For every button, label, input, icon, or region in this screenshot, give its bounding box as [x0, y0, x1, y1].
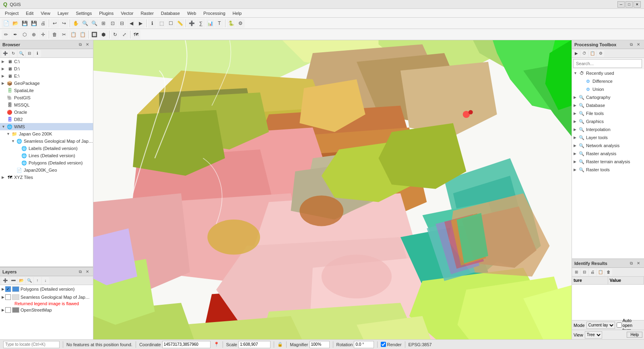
browser-item-db2[interactable]: ▶ 🗄 DB2: [0, 116, 93, 123]
browser-item-d[interactable]: ▶ 🖥 D:\: [0, 65, 93, 72]
layer-checkbox-seamless[interactable]: [5, 294, 11, 300]
redo-button[interactable]: ↪: [60, 19, 68, 28]
layer-checkbox-osm[interactable]: [5, 307, 11, 313]
proc-item-difference[interactable]: ▶ ⚙ Difference: [572, 77, 644, 85]
move-button[interactable]: ✛: [39, 30, 47, 39]
window-controls[interactable]: ─ □ ✕: [617, 1, 641, 8]
browser-item-geopackage[interactable]: ▶ 📦 GeoPackage: [0, 80, 93, 87]
menu-settings[interactable]: Settings: [72, 10, 95, 16]
scale-input[interactable]: [238, 341, 270, 348]
zoom-full-button[interactable]: ⊞: [99, 19, 108, 28]
identify-results-controls[interactable]: ⧉ ✕: [628, 260, 642, 267]
menu-processing[interactable]: Processing: [200, 10, 228, 16]
layers-filter-button[interactable]: 🔍: [26, 277, 33, 284]
pan-tool-button[interactable]: ✋: [71, 19, 80, 28]
layer-checkbox-polygons[interactable]: ✓: [5, 286, 11, 292]
browser-item-seamless[interactable]: ▼ 🌐 Seamless Geological Map of Japan ...: [0, 138, 93, 145]
node-tool-button[interactable]: ⬡: [20, 30, 29, 39]
menu-web[interactable]: Web: [184, 10, 199, 16]
identify-print-button[interactable]: 🖨: [589, 269, 596, 276]
help-button[interactable]: Help: [627, 332, 642, 338]
browser-item-postgis[interactable]: ▶ 🐘 PostGIS: [0, 94, 93, 101]
zoom-layer-button[interactable]: ⊡: [108, 19, 117, 28]
zoom-next-button[interactable]: ▶: [136, 19, 145, 28]
browser-refresh-button[interactable]: ↻: [10, 50, 17, 57]
proc-results-button[interactable]: 📋: [589, 50, 596, 57]
delete-button[interactable]: 🗑: [50, 30, 59, 39]
proc-item-union[interactable]: ▶ ⚙ Union: [572, 85, 644, 93]
layers-remove-button[interactable]: ➖: [10, 277, 17, 284]
proc-item-rastertools[interactable]: ▶ 🔍 Raster tools: [572, 166, 644, 174]
new-project-button[interactable]: 📄: [2, 19, 10, 28]
proc-options-button[interactable]: ⚙: [597, 50, 604, 57]
python-button[interactable]: 🐍: [227, 19, 235, 28]
processing-close-button[interactable]: ✕: [635, 41, 642, 48]
settings-button[interactable]: ⚙: [236, 19, 245, 28]
processing-search-input[interactable]: [573, 59, 642, 68]
processing-toolbox-controls[interactable]: ⧉ ✕: [628, 41, 642, 48]
menu-vector[interactable]: Vector: [118, 10, 136, 16]
rotation-input[interactable]: [354, 341, 374, 348]
menu-plugins[interactable]: Plugins: [96, 10, 117, 16]
proc-item-cartography[interactable]: ▶ 🔍 Cartography: [572, 93, 644, 101]
browser-add-button[interactable]: ➕: [2, 50, 9, 57]
menu-raster[interactable]: Raster: [137, 10, 157, 16]
menu-view[interactable]: View: [37, 10, 54, 16]
proc-item-rasterterrain[interactable]: ▶ 🔍 Raster terrain analysis: [572, 158, 644, 166]
topology-button[interactable]: ⬢: [99, 30, 108, 39]
browser-item-e[interactable]: ▶ 🖥 E:\: [0, 72, 93, 80]
add-feature-button[interactable]: ⊕: [29, 30, 38, 39]
layers-open-button[interactable]: 📂: [18, 277, 25, 284]
layers-down-button[interactable]: ↓: [42, 277, 49, 284]
epsg-label[interactable]: EPSG:3857: [409, 342, 432, 347]
locate-input[interactable]: [3, 341, 60, 348]
layers-add-button[interactable]: ➕: [2, 277, 9, 284]
browser-collapse-button[interactable]: ⊟: [26, 50, 33, 57]
proc-history-button[interactable]: ⏱: [581, 50, 588, 57]
browser-item-c[interactable]: ▶ 🖥 C:\: [0, 58, 93, 65]
select-button[interactable]: ⬚: [157, 19, 166, 28]
layer-item-osm[interactable]: ▶ OpenStreetMap: [0, 306, 93, 314]
proc-item-rasteranalysis[interactable]: ▶ 🔍 Raster analysis: [572, 150, 644, 158]
identify-expand-button[interactable]: ⊞: [573, 269, 580, 276]
deselect-button[interactable]: ☐: [166, 19, 175, 28]
proc-run-button[interactable]: ▶: [573, 50, 580, 57]
browser-filter-button[interactable]: 🔍: [18, 50, 25, 57]
zoom-last-button[interactable]: ◀: [127, 19, 136, 28]
undo-button[interactable]: ↩: [50, 19, 59, 28]
map-area[interactable]: [93, 40, 572, 339]
browser-item-wms[interactable]: ▼ 🌐 WMS: [0, 123, 93, 130]
menu-layer[interactable]: Layer: [54, 10, 72, 16]
layers-float-button[interactable]: ⧉: [77, 269, 83, 275]
identify-copy-button[interactable]: 📋: [597, 269, 604, 276]
browser-float-button[interactable]: ⧉: [77, 41, 83, 48]
copy-button[interactable]: 📋: [69, 30, 78, 39]
edit-button[interactable]: ✒: [11, 30, 20, 39]
snap-button[interactable]: 🔲: [90, 30, 99, 39]
maximize-button[interactable]: □: [625, 1, 633, 8]
magnifier-input[interactable]: [310, 341, 330, 348]
minimize-button[interactable]: ─: [617, 1, 625, 8]
zoom-out-button[interactable]: 🔍: [90, 19, 99, 28]
cut-button[interactable]: ✂: [60, 30, 68, 39]
proc-item-network[interactable]: ▶ 🔍 Network analysis: [572, 142, 644, 150]
proc-item-filetools[interactable]: ▶ 🔍 File tools: [572, 109, 644, 117]
mode-select[interactable]: Current lay: [586, 322, 615, 329]
layers-close-button[interactable]: ✕: [84, 269, 91, 275]
browser-item-oracle[interactable]: ▶ 🔴 Oracle: [0, 109, 93, 116]
render-checkbox[interactable]: [381, 342, 386, 347]
paste-button[interactable]: 📋: [78, 30, 87, 39]
save-as-button[interactable]: 💾: [29, 19, 38, 28]
layer-item-polygons[interactable]: ▶ ✓ Polygons (Detailed version): [0, 285, 93, 293]
measure-button[interactable]: 📏: [175, 19, 184, 28]
georef-button[interactable]: 🗺: [132, 30, 140, 39]
zoom-selection-button[interactable]: ⊟: [118, 19, 126, 28]
layers-up-button[interactable]: ↑: [34, 277, 41, 284]
processing-float-button[interactable]: ⧉: [628, 41, 634, 48]
proc-item-graphics[interactable]: ▶ 🔍 Graphics: [572, 117, 644, 125]
browser-panel-controls[interactable]: ⧉ ✕: [77, 41, 91, 48]
browser-props-button[interactable]: ℹ: [34, 50, 41, 57]
browser-item-spatialite[interactable]: ▶ 🗄 SpatiaLite: [0, 87, 93, 94]
view-select[interactable]: Tree: [585, 331, 602, 339]
close-button[interactable]: ✕: [634, 1, 641, 8]
